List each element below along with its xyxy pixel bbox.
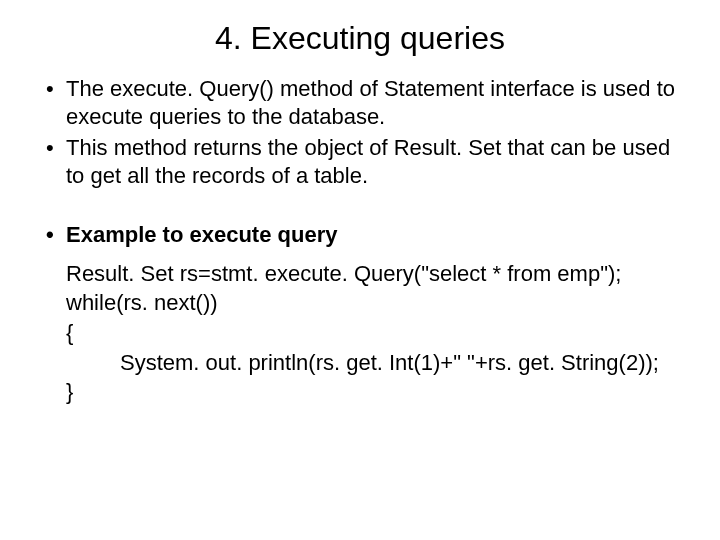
- code-line: Result. Set rs=stmt. execute. Query("sel…: [66, 259, 680, 289]
- example-heading: Example to execute query: [40, 221, 680, 249]
- code-block: Result. Set rs=stmt. execute. Query("sel…: [66, 259, 680, 407]
- code-line: }: [66, 377, 680, 407]
- bullet-item: This method returns the object of Result…: [40, 134, 680, 189]
- code-line: System. out. println(rs. get. Int(1)+" "…: [66, 348, 680, 378]
- slide: 4. Executing queries The execute. Query(…: [0, 0, 720, 427]
- code-line: while(rs. next()): [66, 288, 680, 318]
- bullet-item: The execute. Query() method of Statement…: [40, 75, 680, 130]
- bullet-list: Example to execute query: [40, 221, 680, 249]
- bullet-list: The execute. Query() method of Statement…: [40, 75, 680, 189]
- code-line: {: [66, 318, 680, 348]
- spacer: [40, 193, 680, 221]
- page-title: 4. Executing queries: [40, 20, 680, 57]
